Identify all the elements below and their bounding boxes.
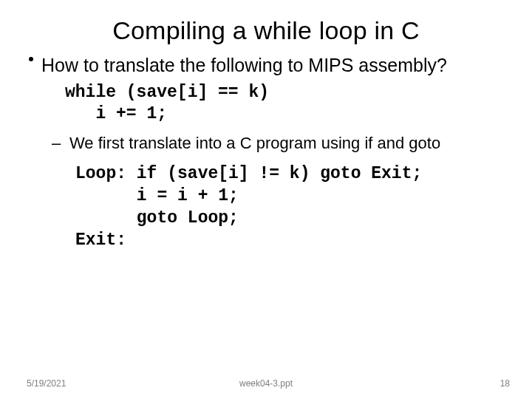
footer-filename: week04-3.ppt — [0, 378, 532, 389]
bullet-level2-text: We first translate into a C program usin… — [69, 134, 440, 153]
slide: Compiling a while loop in C How to trans… — [0, 0, 532, 399]
slide-content: How to translate the following to MIPS a… — [0, 45, 532, 251]
slide-title: Compiling a while loop in C — [0, 0, 532, 45]
footer-page-number: 18 — [500, 378, 510, 389]
bullet-dot-icon — [21, 54, 41, 76]
bullet-level1-text: How to translate the following to MIPS a… — [41, 54, 447, 76]
code-snippet-while: while (save[i] == k) i += 1; — [65, 82, 511, 125]
bullet-dash-icon: – — [52, 134, 69, 153]
bullet-level2: – We first translate into a C program us… — [52, 134, 511, 153]
code-snippet-goto: Loop: if (save[i] != k) goto Exit; i = i… — [75, 163, 511, 252]
bullet-level1: How to translate the following to MIPS a… — [21, 54, 511, 76]
